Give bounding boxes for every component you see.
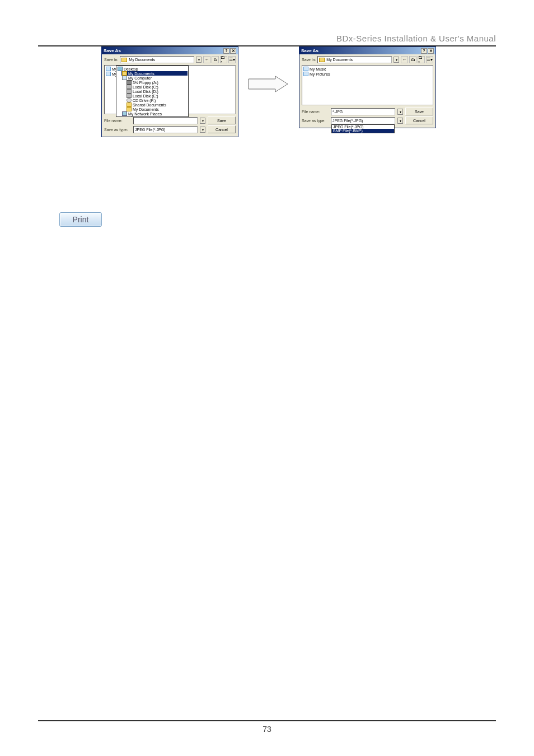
savetype-label: Save as type: <box>302 119 329 123</box>
page-number: 73 <box>263 725 271 734</box>
computer-icon <box>122 76 127 80</box>
type-option-jpg[interactable]: JPEG File(*.JPG) <box>332 125 394 129</box>
new-folder-icon[interactable]: 🗀* <box>418 56 425 63</box>
savein-value: My Documents <box>129 58 155 62</box>
disk-icon <box>127 89 132 94</box>
dd-floppy[interactable]: 3½ Floppy (A:) <box>133 81 158 85</box>
savetype-combo[interactable]: JPEG File(*.JPG) <box>133 126 198 133</box>
help-icon[interactable]: ? <box>421 48 427 54</box>
dd-cd[interactable]: CD Drive (F:) <box>133 99 156 102</box>
desktop-icon <box>118 67 123 71</box>
savein-label: Save in: <box>104 58 118 62</box>
up-icon[interactable]: 🗀 <box>409 56 416 63</box>
chevron-down-icon[interactable]: ▾ <box>200 127 205 133</box>
save-as-dialog-right: Save As ? ✕ Save in: My Documents ▾ ← 🗀 … <box>299 46 436 128</box>
dd-diskE[interactable]: Local Disk (E:) <box>133 94 158 98</box>
savetype-label: Save as type: <box>104 128 131 132</box>
folder-icon <box>106 67 111 71</box>
dd-mydocs[interactable]: My Documents <box>128 72 154 76</box>
titlebar-text: Save As <box>301 48 421 53</box>
savetype-combo[interactable]: JPEG File(*.JPG) JPEG File(*.JPG) BMP Fi… <box>331 117 395 124</box>
filename-label: File name: <box>302 110 329 114</box>
close-icon[interactable]: ✕ <box>428 48 434 54</box>
titlebar-text: Save As <box>104 48 223 53</box>
folder-icon <box>106 72 111 76</box>
help-icon[interactable]: ? <box>223 48 229 54</box>
type-option-bmp[interactable]: BMP File(*.BMP) <box>332 129 394 133</box>
titlebar: Save As ? ✕ <box>299 47 435 54</box>
network-icon <box>122 111 127 116</box>
chevron-down-icon[interactable]: ▾ <box>394 57 399 63</box>
dd-mycomp[interactable]: My Computer <box>128 76 152 80</box>
dd-diskD[interactable]: Local Disk (D:) <box>133 90 158 94</box>
dd-shared[interactable]: Shared Documents <box>133 103 166 107</box>
disk-icon <box>127 85 132 89</box>
floppy-icon <box>127 80 132 85</box>
disk-icon <box>127 94 132 98</box>
folder-icon <box>303 67 308 71</box>
filename-input[interactable]: *.JPG <box>331 108 395 115</box>
content-area: Save As ? ✕ Save in: My Documents ▾ ← 🗀 … <box>38 46 496 192</box>
print-button[interactable]: Print <box>59 212 102 227</box>
chevron-down-icon[interactable]: ▾ <box>397 109 403 115</box>
list-item[interactable]: My Music <box>310 67 326 71</box>
folder-icon <box>319 58 325 62</box>
savein-dropdown[interactable]: Desktop My Documents My Computer 3½ Flop… <box>116 66 189 117</box>
save-button[interactable]: Save <box>405 108 433 115</box>
cancel-button[interactable]: Cancel <box>208 125 236 133</box>
dd-mydocs2[interactable]: My Documents <box>133 108 159 111</box>
dd-diskC[interactable]: Local Disk (C:) <box>133 85 158 89</box>
back-icon[interactable]: ← <box>401 56 408 63</box>
cancel-button[interactable]: Cancel <box>405 116 433 124</box>
folder-icon <box>122 71 127 76</box>
save-as-dialog-left: Save As ? ✕ Save in: My Documents ▾ ← 🗀 … <box>101 46 238 137</box>
dd-desktop[interactable]: Desktop <box>124 67 138 71</box>
savetype-dropdown[interactable]: JPEG File(*.JPG) BMP File(*.BMP) <box>331 124 395 133</box>
page-footer: 73 <box>38 720 496 734</box>
folder-icon <box>303 72 308 76</box>
folder-icon <box>121 58 127 62</box>
folder-icon <box>127 102 132 107</box>
savein-combo[interactable]: My Documents <box>120 56 194 63</box>
savetype-value: JPEG File(*.JPG) <box>135 128 165 132</box>
file-list-area[interactable]: My Mu My Pic Desktop My Documents My Com… <box>104 65 236 114</box>
filename-value: *.JPG <box>332 110 343 114</box>
dd-netplaces[interactable]: My Network Places <box>128 112 162 116</box>
close-icon[interactable]: ✕ <box>230 48 236 54</box>
list-item[interactable]: My Pictures <box>310 72 330 76</box>
views-icon[interactable]: ☰▾ <box>426 56 433 63</box>
titlebar: Save As ? ✕ <box>102 47 238 54</box>
views-icon[interactable]: ☰▾ <box>228 56 236 63</box>
up-icon[interactable]: 🗀 <box>212 56 219 63</box>
save-button[interactable]: Save <box>208 116 236 124</box>
chevron-down-icon[interactable]: ▾ <box>196 57 202 63</box>
folder-icon <box>127 107 132 111</box>
chevron-down-icon[interactable]: ▾ <box>200 118 205 124</box>
filename-input[interactable] <box>133 117 198 124</box>
cd-icon <box>127 98 132 102</box>
savein-combo[interactable]: My Documents <box>317 56 392 63</box>
back-icon[interactable]: ← <box>203 56 210 63</box>
file-list-area[interactable]: My Music My Pictures <box>302 65 433 105</box>
savetype-value: JPEG File(*.JPG) <box>332 119 363 123</box>
chevron-down-icon[interactable]: ▾ <box>397 118 403 124</box>
savein-label: Save in: <box>302 58 316 62</box>
filename-label: File name: <box>104 119 131 123</box>
header-title: BDx-Series Installation & User's Manual <box>38 34 496 46</box>
arrow-icon <box>247 76 289 92</box>
new-folder-icon[interactable]: 🗀* <box>220 56 227 63</box>
savein-value: My Documents <box>326 58 353 62</box>
